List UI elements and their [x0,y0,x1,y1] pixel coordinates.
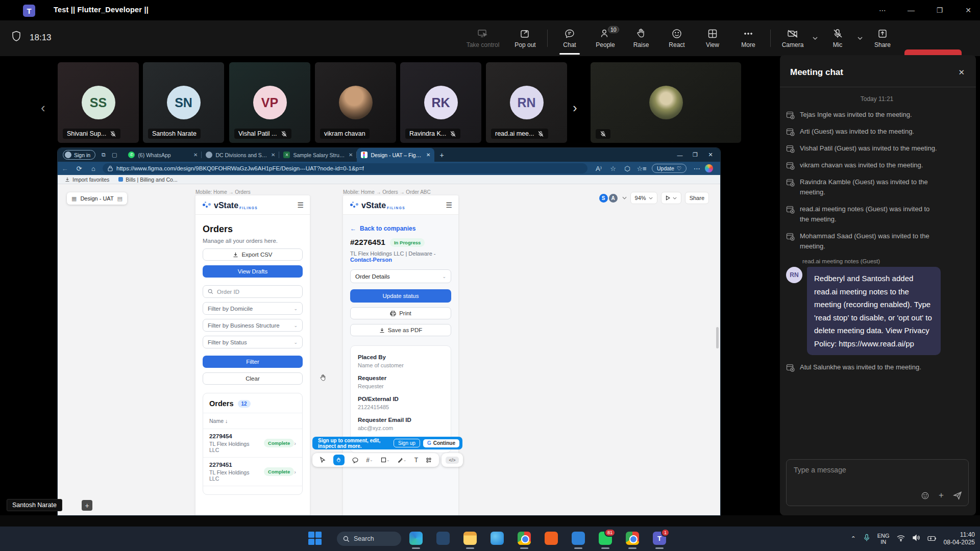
address-bar[interactable]: https://www.figma.com/design/9BKQ0FOHRWa… [103,163,587,173]
move-tool-icon[interactable] [320,457,326,463]
pop-out-button[interactable]: Pop out [507,22,543,55]
share-button[interactable]: Share [865,22,900,55]
next-participants-chevron[interactable]: › [573,100,577,116]
collaborator-avatar[interactable]: A [608,193,619,204]
chrome-icon[interactable] [517,531,532,546]
banner-sign-up-button[interactable]: Sign up [394,439,420,447]
teams-icon[interactable]: T1 [652,531,667,546]
wifi-icon[interactable] [897,534,905,543]
taskbar-search-box[interactable]: Search [337,532,401,546]
tray-mic-icon[interactable] [863,534,870,544]
frame-label[interactable]: Mobile: Home → Orders → Order ABC [343,189,431,195]
google-continue-button[interactable]: G Continue [423,439,459,447]
browser-menu-icon[interactable]: ⋯ [690,165,704,172]
extensions-icon[interactable]: ⬡ [620,165,634,172]
battery-icon[interactable] [927,534,937,543]
frame-tool-icon[interactable]: #⌄ [366,457,373,464]
people-button[interactable]: 10 People [587,22,623,55]
raise-hand-button[interactable]: Raise [623,22,659,55]
zoom-level-dropdown[interactable]: 94% [630,192,657,204]
favorites-bar-icon[interactable]: ☆≡ [634,165,649,172]
back-to-companies-link[interactable]: ← Back to companies [350,225,451,232]
workspaces-icon[interactable]: ⧉ [102,152,106,158]
save-as-pdf-button[interactable]: Save as PDF [350,324,451,336]
filter-domicile-dropdown[interactable]: Filter by Domicile⌄ [203,302,303,315]
tab-close-icon[interactable]: ✕ [426,152,430,158]
browser-update-button[interactable]: Update ♡ [652,164,687,173]
chat-close-icon[interactable]: ✕ [958,68,965,77]
export-csv-button[interactable]: Export CSV [203,248,303,261]
start-button[interactable] [308,532,322,547]
collaborator-avatar[interactable]: S [598,193,609,204]
figma-file-chip[interactable]: ▦ Design - UAT ▤ [67,192,127,205]
chat-message-bubble[interactable]: Redberyl and Santosh added read.ai meeti… [807,267,941,355]
camera-options-chevron[interactable] [811,37,820,40]
participant-tile[interactable]: SN Santosh Narate [143,62,224,143]
hamburger-menu-icon[interactable]: ☰ [297,201,304,209]
name-column-header[interactable]: Name ↓ [203,413,302,429]
copilot-icon[interactable] [705,164,713,172]
minimize-icon[interactable]: — [902,4,920,16]
resources-tool-icon[interactable] [426,457,432,463]
file-explorer-icon[interactable] [462,531,478,546]
send-icon[interactable] [953,491,962,500]
text-tool-icon[interactable]: T [414,457,418,464]
mic-button[interactable]: Mic [820,22,855,55]
new-tab-button[interactable]: + [439,151,444,159]
participant-tile[interactable]: SS Shivani Sup... [58,62,139,143]
tab-actions-icon[interactable]: ▢ [112,152,117,158]
figma-frame-orders-list[interactable]: vState FILINGS ☰ Orders Manage all your … [195,195,310,515]
filter-business-structure-dropdown[interactable]: Filter by Business Structure⌄ [203,319,303,332]
avatars-chevron-icon[interactable] [622,196,627,199]
titlebar-more-icon[interactable]: ⋯ [874,4,891,16]
app-icon[interactable] [435,531,451,546]
browser-restore-icon[interactable]: ❐ [688,152,703,158]
filter-status-dropdown[interactable]: Filter by Status⌄ [203,336,303,348]
browser-tab-dc-divisions[interactable]: DC Divisions and Surroundings ✕ [202,148,279,162]
view-button[interactable]: View [695,22,730,55]
panel-toggle-icon[interactable]: ▤ [117,195,122,202]
filter-button[interactable]: Filter [203,356,303,368]
browser-tab-excel[interactable]: X Sample Salary Structure with calc ✕ [279,148,357,162]
tab-close-icon[interactable]: ✕ [193,152,198,158]
order-id-input[interactable]: Order ID [203,285,303,298]
camera-button[interactable]: Camera [775,22,811,55]
participant-tile[interactable] [591,62,741,143]
chat-button[interactable]: Chat [552,22,587,55]
volume-icon[interactable] [912,534,920,543]
update-status-button[interactable]: Update status [350,289,451,303]
participant-tile[interactable]: vikram chavan [315,62,396,143]
message-compose-box[interactable]: Type a message + [786,459,969,506]
pen-tool-icon[interactable]: ⌄ [398,457,407,463]
figma-frame-order-details[interactable]: vState FILINGS ☰ ← Back to companies #22… [343,195,458,515]
read-aloud-icon[interactable]: A⁾ [592,165,606,172]
tab-close-icon[interactable]: ✕ [271,152,275,158]
more-button[interactable]: More [730,22,766,55]
edge-icon[interactable] [408,531,424,546]
hand-tool-icon[interactable] [333,455,345,465]
vscode-icon[interactable] [571,531,586,546]
language-indicator[interactable]: ENGIN [877,533,890,545]
brave-icon[interactable] [544,531,559,546]
clear-button[interactable]: Clear [203,372,303,385]
present-button[interactable] [661,192,681,204]
participant-tile[interactable]: RK Ravindra K... [400,62,481,143]
figma-share-button[interactable]: Share [685,192,709,204]
browser-signin-button[interactable]: Sign in [63,150,95,160]
dev-mode-toggle[interactable]: </> [442,453,463,467]
tab-close-icon[interactable]: ✕ [349,152,353,158]
browser-tab-whatsapp[interactable]: ✆ (6) WhatsApp ✕ [124,148,202,162]
whatsapp-icon[interactable]: 81 [598,531,613,546]
attach-plus-icon[interactable]: + [939,490,944,500]
chrome-profile-icon[interactable] [625,531,640,546]
frame-label[interactable]: Mobile: Home → Orders [195,189,251,195]
react-button[interactable]: React [659,22,695,55]
refresh-icon[interactable]: ⟳ [72,165,86,172]
home-icon[interactable]: ⌂ [86,165,101,172]
taskbar-clock[interactable]: 11:4008-04-2025 [944,531,975,546]
order-row[interactable]: 2279451TL Flex Holdings LLC Complete › [203,457,302,486]
import-favorites-item[interactable]: Import favorites [65,177,109,183]
previous-participants-chevron[interactable]: ‹ [41,100,45,116]
shape-tool-icon[interactable]: ⌄ [381,457,390,463]
floating-plus-button[interactable]: + [82,500,92,511]
